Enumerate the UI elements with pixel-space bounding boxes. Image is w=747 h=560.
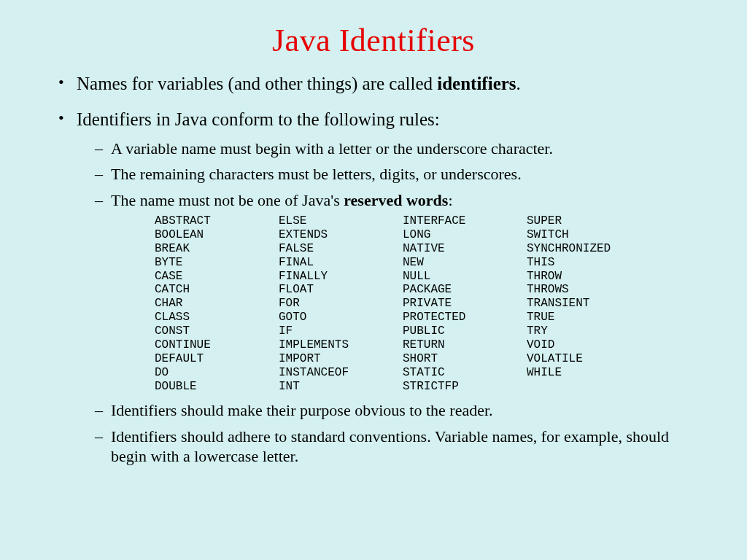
keyword: else — [279, 214, 403, 228]
rule-conventions: Identifiers should adhere to standard co… — [95, 427, 707, 467]
keyword: final — [279, 256, 403, 270]
keyword: instanceof — [279, 366, 403, 380]
keyword: extends — [279, 228, 403, 242]
keyword: float — [279, 283, 403, 297]
keyword: default — [155, 352, 279, 366]
keyword: volatile — [527, 352, 651, 366]
keyword: class — [155, 311, 279, 324]
text: The name must not be one of Java's — [111, 191, 344, 209]
keyword: false — [279, 242, 403, 256]
keyword: throw — [527, 270, 651, 284]
slide-title: Java Identifiers — [40, 22, 707, 59]
keyword: private — [403, 297, 527, 311]
keyword-column-4: super switch synchronized this throw thr… — [527, 214, 651, 393]
keyword: int — [279, 380, 403, 394]
text: . — [516, 74, 521, 93]
text: Names for variables (and other things) a… — [77, 74, 437, 93]
keyword: continue — [155, 338, 279, 352]
keyword: true — [527, 311, 651, 324]
keyword: for — [279, 297, 403, 311]
keyword: catch — [155, 283, 279, 297]
keyword: short — [403, 352, 527, 366]
keyword: native — [403, 242, 527, 256]
keyword: static — [403, 366, 527, 380]
text: Identifiers in Java conform to the follo… — [77, 109, 440, 129]
keyword: null — [403, 270, 527, 284]
keyword: const — [155, 324, 279, 338]
keyword: goto — [279, 311, 403, 324]
keyword: package — [403, 283, 527, 297]
keyword: interface — [403, 214, 527, 228]
keyword: throws — [527, 283, 651, 297]
keyword: void — [527, 338, 651, 352]
keyword: try — [527, 324, 651, 338]
keyword: if — [279, 324, 403, 338]
keyword: public — [403, 324, 527, 338]
bullet-identifiers-def: Names for variables (and other things) a… — [58, 72, 707, 95]
keyword: abstract — [155, 214, 279, 228]
keyword: double — [155, 380, 279, 394]
keyword: synchronized — [527, 242, 651, 256]
text: : — [448, 191, 452, 209]
text-bold: reserved words — [344, 191, 448, 209]
keyword: while — [527, 366, 651, 380]
slide: Java Identifiers Names for variables (an… — [0, 0, 747, 560]
rule-remaining-chars: The remaining characters must be letters… — [95, 164, 707, 184]
rule-begin-letter: A variable name must begin with a letter… — [95, 139, 707, 159]
keyword: transient — [527, 297, 651, 311]
keyword: strictfp — [403, 380, 527, 394]
keyword-column-1: abstract boolean break byte case catch c… — [155, 214, 279, 393]
rule-purpose-obvious: Identifiers should make their purpose ob… — [95, 400, 707, 421]
keyword: do — [155, 366, 279, 380]
sub-bullet-list: A variable name must begin with a letter… — [77, 139, 707, 467]
keyword: case — [155, 270, 279, 284]
keyword: new — [403, 256, 527, 270]
keyword: char — [155, 297, 279, 311]
text-bold: identifiers — [437, 74, 516, 93]
keyword: byte — [155, 256, 279, 270]
keyword-column-3: interface long native new null package p… — [403, 214, 527, 393]
keyword: import — [279, 352, 403, 366]
keyword: this — [527, 256, 651, 270]
reserved-words-table: abstract boolean break byte case catch c… — [155, 214, 707, 393]
keyword: long — [403, 228, 527, 242]
keyword: protected — [403, 311, 527, 324]
keyword: super — [527, 214, 651, 228]
keyword: boolean — [155, 228, 279, 242]
keyword: switch — [527, 228, 651, 242]
keyword: implements — [279, 338, 403, 352]
keyword: break — [155, 242, 279, 256]
keyword-column-2: else extends false final finally float f… — [279, 214, 403, 393]
keyword: finally — [279, 270, 403, 284]
bullet-list: Names for variables (and other things) a… — [40, 72, 707, 467]
rule-reserved-words: The name must not be one of Java's reser… — [95, 190, 707, 394]
bullet-rules-intro: Identifiers in Java conform to the follo… — [58, 108, 707, 467]
keyword: return — [403, 338, 527, 352]
